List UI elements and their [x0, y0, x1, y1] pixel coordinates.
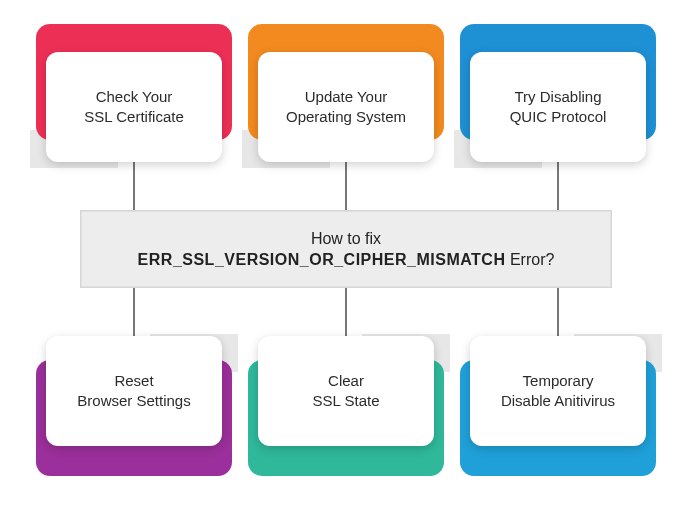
card-text: Clear: [328, 371, 364, 391]
card-body: Reset Browser Settings: [46, 336, 222, 446]
card-text: Disable Anitivirus: [501, 391, 615, 411]
card-reset-browser: Reset Browser Settings: [36, 330, 232, 470]
error-code: ERR_SSL_VERSION_OR_CIPHER_MISMATCH: [138, 251, 506, 268]
card-clear-ssl-state: Clear SSL State: [248, 330, 444, 470]
center-title-line2: ERR_SSL_VERSION_OR_CIPHER_MISMATCH Error…: [138, 251, 555, 269]
connector: [345, 160, 347, 215]
card-text: Operating System: [286, 107, 406, 127]
center-suffix: Error?: [505, 251, 554, 268]
card-body: Try Disabling QUIC Protocol: [470, 52, 646, 162]
card-text: Try Disabling: [515, 87, 602, 107]
card-text: SSL State: [313, 391, 380, 411]
card-body: Temporary Disable Anitivirus: [470, 336, 646, 446]
card-disable-antivirus: Temporary Disable Anitivirus: [460, 330, 656, 470]
card-disable-quic: Try Disabling QUIC Protocol: [460, 24, 656, 164]
connector: [133, 160, 135, 215]
top-row: Check Your SSL Certificate Update Your O…: [36, 24, 656, 164]
card-update-os: Update Your Operating System: [248, 24, 444, 164]
card-text: QUIC Protocol: [510, 107, 607, 127]
card-body: Update Your Operating System: [258, 52, 434, 162]
connector: [557, 160, 559, 215]
card-body: Check Your SSL Certificate: [46, 52, 222, 162]
card-text: Check Your: [96, 87, 173, 107]
card-body: Clear SSL State: [258, 336, 434, 446]
card-text: Browser Settings: [77, 391, 190, 411]
center-title-line1: How to fix: [311, 230, 381, 248]
card-text: Temporary: [523, 371, 594, 391]
card-check-ssl: Check Your SSL Certificate: [36, 24, 232, 164]
ssl-error-diagram: Check Your SSL Certificate Update Your O…: [0, 0, 692, 512]
center-question-box: How to fix ERR_SSL_VERSION_OR_CIPHER_MIS…: [80, 210, 612, 288]
card-text: Reset: [114, 371, 153, 391]
bottom-row: Reset Browser Settings Clear SSL State T…: [36, 330, 656, 470]
card-text: SSL Certificate: [84, 107, 184, 127]
card-text: Update Your: [305, 87, 388, 107]
